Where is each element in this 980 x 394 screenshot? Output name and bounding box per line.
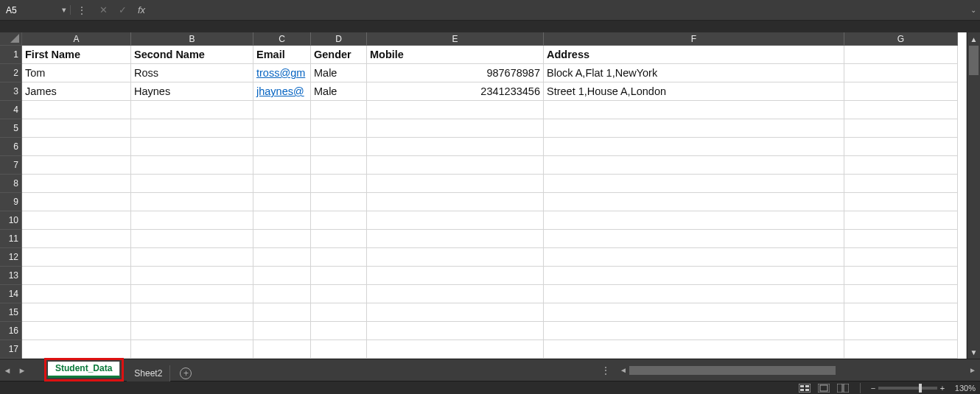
cell-F13[interactable] [544, 267, 844, 285]
sheet-tab[interactable]: Sheet2 [127, 365, 170, 381]
row-header[interactable]: 9 [0, 193, 22, 211]
cell-G7[interactable] [844, 156, 958, 175]
cell-G15[interactable] [844, 303, 958, 322]
cell-C9[interactable] [253, 193, 311, 211]
cell-B10[interactable] [131, 211, 253, 230]
cell-E17[interactable] [367, 340, 544, 359]
cell-G13[interactable] [844, 267, 958, 285]
cell-F1[interactable]: Address [544, 46, 844, 64]
row-header[interactable]: 6 [0, 138, 22, 156]
cell-A7[interactable] [22, 156, 131, 175]
cell-A16[interactable] [22, 322, 131, 340]
cell-D5[interactable] [311, 119, 367, 138]
cell-F15[interactable] [544, 303, 844, 322]
cell-G10[interactable] [844, 211, 958, 230]
cell-A15[interactable] [22, 303, 131, 322]
cell-D13[interactable] [311, 267, 367, 285]
cell-E4[interactable] [367, 101, 544, 119]
add-sheet-button[interactable]: + [175, 365, 197, 381]
cell-D15[interactable] [311, 303, 367, 322]
cell-G3[interactable] [844, 82, 958, 101]
cell-A3[interactable]: James [22, 82, 131, 101]
cell-F5[interactable] [544, 119, 844, 138]
name-box-dropdown[interactable]: ▾ [60, 5, 71, 15]
row-header[interactable]: 10 [0, 211, 22, 230]
scroll-thumb[interactable] [969, 46, 979, 75]
cell-G4[interactable] [844, 101, 958, 119]
cell-B11[interactable] [131, 230, 253, 248]
cell-A9[interactable] [22, 193, 131, 211]
cell-E13[interactable] [367, 267, 544, 285]
cell-A1[interactable]: First Name [22, 46, 131, 64]
zoom-out-button[interactable]: − [868, 384, 878, 393]
cancel-icon[interactable]: ✕ [94, 4, 113, 15]
scroll-down-icon[interactable]: ▼ [967, 345, 980, 359]
cell-F16[interactable] [544, 322, 844, 340]
scroll-up-icon[interactable]: ▲ [967, 32, 980, 46]
cell-C17[interactable] [253, 340, 311, 359]
cell-A8[interactable] [22, 175, 131, 193]
cell-A2[interactable]: Tom [22, 64, 131, 82]
cell-E10[interactable] [367, 211, 544, 230]
cell-C1[interactable]: Email [253, 46, 311, 64]
cell-B17[interactable] [131, 340, 253, 359]
cell-G2[interactable] [844, 64, 958, 82]
cell-C15[interactable] [253, 303, 311, 322]
name-box[interactable]: A5 [1, 2, 59, 18]
cell-C6[interactable] [253, 138, 311, 156]
cell-G17[interactable] [844, 340, 958, 359]
cell-E14[interactable] [367, 285, 544, 303]
cell-B14[interactable] [131, 285, 253, 303]
cell-G14[interactable] [844, 285, 958, 303]
cell-D8[interactable] [311, 175, 367, 193]
row-header[interactable]: 3 [0, 82, 22, 101]
cell-F8[interactable] [544, 175, 844, 193]
cell-A13[interactable] [22, 267, 131, 285]
column-header-f[interactable]: F [544, 32, 844, 46]
row-header[interactable]: 12 [0, 248, 22, 267]
horizontal-scrollbar[interactable]: ◄ ► [617, 365, 979, 376]
hscroll-thumb[interactable] [629, 366, 836, 375]
cell-E5[interactable] [367, 119, 544, 138]
cell-B2[interactable]: Ross [131, 64, 253, 82]
hscroll-track[interactable] [629, 366, 967, 375]
cell-F6[interactable] [544, 138, 844, 156]
formula-input[interactable] [151, 2, 967, 18]
tab-nav-next-icon[interactable]: ► [15, 366, 29, 375]
cell-D4[interactable] [311, 101, 367, 119]
cell-C8[interactable] [253, 175, 311, 193]
row-header[interactable]: 2 [0, 64, 22, 82]
cell-E15[interactable] [367, 303, 544, 322]
cell-F12[interactable] [544, 248, 844, 267]
row-header[interactable]: 13 [0, 267, 22, 285]
cell-B15[interactable] [131, 303, 253, 322]
cell-G6[interactable] [844, 138, 958, 156]
cell-C12[interactable] [253, 248, 311, 267]
cell-B7[interactable] [131, 156, 253, 175]
cell-D6[interactable] [311, 138, 367, 156]
tab-nav-prev-icon[interactable]: ◄ [0, 366, 15, 375]
cell-E1[interactable]: Mobile [367, 46, 544, 64]
cell-E16[interactable] [367, 322, 544, 340]
cell-D7[interactable] [311, 156, 367, 175]
cell-F11[interactable] [544, 230, 844, 248]
cell-B13[interactable] [131, 267, 253, 285]
cell-C16[interactable] [253, 322, 311, 340]
cell-A5[interactable] [22, 119, 131, 138]
cell-F10[interactable] [544, 211, 844, 230]
cell-E11[interactable] [367, 230, 544, 248]
cell-C5[interactable] [253, 119, 311, 138]
cell-F14[interactable] [544, 285, 844, 303]
sheet-tab-active[interactable]: Student_Data [48, 362, 120, 378]
cell-B8[interactable] [131, 175, 253, 193]
row-header[interactable]: 4 [0, 101, 22, 119]
cell-A14[interactable] [22, 285, 131, 303]
view-normal-icon[interactable] [797, 383, 813, 393]
row-header[interactable]: 5 [0, 119, 22, 138]
cell-D9[interactable] [311, 193, 367, 211]
cell-E7[interactable] [367, 156, 544, 175]
cell-A6[interactable] [22, 138, 131, 156]
zoom-slider[interactable] [878, 387, 937, 390]
cell-C7[interactable] [253, 156, 311, 175]
column-header-d[interactable]: D [311, 32, 367, 46]
